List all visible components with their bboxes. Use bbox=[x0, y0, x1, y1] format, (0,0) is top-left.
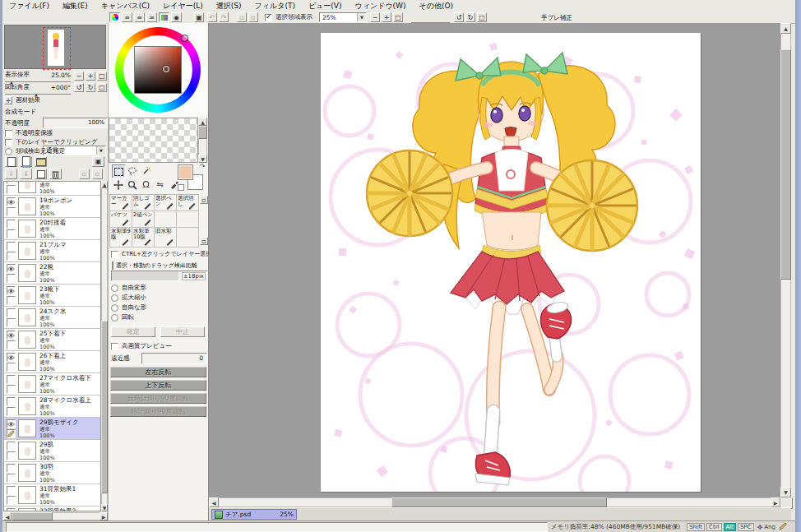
zoom-out-button[interactable]: − bbox=[370, 12, 380, 22]
layer-row[interactable]: 27マイクロ水着下通常100% bbox=[4, 373, 101, 396]
transfer-down-button[interactable]: ⇩ bbox=[5, 169, 17, 179]
layer-edit-indicator[interactable] bbox=[7, 451, 16, 460]
canvas-vscroll-down-button[interactable]: ▼ bbox=[780, 487, 791, 497]
rotate-90-cw-button[interactable]: 時計回り90度回転 bbox=[110, 406, 206, 417]
zoom-in-button[interactable]: + bbox=[382, 12, 391, 22]
layer-visibility-toggle[interactable] bbox=[7, 331, 16, 340]
effect-expand-button[interactable]: + bbox=[4, 96, 12, 104]
layer-row[interactable]: 19ポンポン通常100% bbox=[4, 196, 101, 218]
tool-cell-2[interactable]: 選択ペン bbox=[155, 195, 177, 211]
layer-edit-indicator[interactable] bbox=[7, 474, 16, 483]
layer-edit-indicator[interactable] bbox=[7, 340, 16, 349]
layer-edit-indicator[interactable] bbox=[7, 274, 16, 283]
flip-canvas-tool[interactable]: ⇋ bbox=[154, 178, 166, 191]
tool-cell-5[interactable]: 2値ペン bbox=[132, 211, 155, 228]
layer-row[interactable]: 21ブルマ通常100% bbox=[4, 240, 101, 262]
ctrl-click-layer-checkbox[interactable] bbox=[111, 251, 118, 258]
menu-item-1[interactable]: 編集(E) bbox=[56, 0, 95, 12]
layer-edit-indicator[interactable] bbox=[7, 207, 16, 216]
rect-select-tool[interactable] bbox=[112, 164, 126, 178]
scratchpad-toggle-button[interactable]: ◉ bbox=[171, 12, 182, 22]
layer-visibility-toggle[interactable] bbox=[7, 308, 16, 317]
sel-tool-button-2[interactable]: ↶ bbox=[207, 12, 217, 22]
layer-hscroll-left-button[interactable]: ◀ bbox=[3, 512, 12, 520]
confirm-button[interactable]: 確定 bbox=[111, 326, 155, 337]
saturation-value-square[interactable] bbox=[134, 46, 182, 94]
new-layer-button[interactable] bbox=[5, 156, 17, 167]
zoom-reset-button[interactable]: □ bbox=[393, 12, 403, 22]
layer-visibility-toggle[interactable] bbox=[7, 508, 16, 511]
clear-layer-button[interactable] bbox=[35, 169, 47, 179]
canvas-vscroll-up-button[interactable]: ▲ bbox=[780, 23, 791, 34]
document-tab[interactable]: チア.psd 25% bbox=[211, 509, 297, 520]
layer-row[interactable]: 23靴下通常100% bbox=[4, 285, 101, 307]
layer-visibility-toggle[interactable] bbox=[7, 264, 16, 273]
layer-row[interactable]: 31背景効果1通常100% bbox=[4, 484, 101, 507]
layer-visibility-toggle[interactable] bbox=[7, 419, 16, 428]
delete-layer-button[interactable] bbox=[49, 169, 62, 179]
new-linework-layer-button[interactable] bbox=[20, 156, 32, 167]
color-wheel-hue-marker[interactable] bbox=[181, 35, 188, 42]
merge-down-button[interactable]: ⇓ bbox=[20, 169, 32, 179]
layer-hscroll-right-button[interactable]: ▶ bbox=[100, 512, 108, 520]
menu-item-5[interactable]: フィルタ(T) bbox=[248, 0, 302, 12]
layer-visibility-toggle[interactable] bbox=[7, 181, 16, 184]
layer-row[interactable]: 28マイクロ水着上通常100% bbox=[4, 396, 101, 418]
layer-visibility-toggle[interactable] bbox=[7, 375, 16, 384]
rgb-sliders-toggle-button[interactable]: ≡ bbox=[122, 12, 132, 22]
nav-rotation-slider[interactable] bbox=[5, 91, 71, 95]
tool-cell-0[interactable]: マーカー bbox=[110, 195, 132, 211]
canvas-hscroll-right-button[interactable]: ▶ bbox=[771, 497, 780, 507]
opacity-slider[interactable]: 100% bbox=[43, 118, 108, 128]
layer-edit-indicator[interactable] bbox=[7, 229, 16, 238]
layer-row[interactable]: 29肌モザイク通常100% bbox=[4, 418, 101, 440]
nav-zoom-out-button[interactable]: − bbox=[74, 72, 84, 81]
magic-wand-tool[interactable] bbox=[140, 164, 152, 177]
tool-cell-4[interactable]: バケツ bbox=[110, 211, 132, 228]
canvas-page[interactable] bbox=[321, 33, 701, 492]
canvas-vscroll-thumb[interactable] bbox=[780, 49, 791, 280]
layer-edit-indicator[interactable] bbox=[7, 429, 16, 438]
selection-visible-checkbox[interactable] bbox=[265, 14, 272, 21]
layer-edit-indicator[interactable] bbox=[7, 185, 16, 194]
mask-button-2[interactable]: ▫ bbox=[92, 169, 103, 179]
opacity-lock-checkbox[interactable] bbox=[5, 130, 12, 137]
nav-rotate-reset-button[interactable]: □ bbox=[97, 83, 107, 92]
rotate-ccw-button[interactable]: ↺ bbox=[454, 12, 464, 22]
tool-grid-scroll-down[interactable]: ▫ bbox=[200, 237, 208, 245]
nav-zoom-in-button[interactable]: + bbox=[86, 72, 95, 81]
zoom-tool[interactable] bbox=[126, 178, 138, 191]
layer-row[interactable]: 22靴通常100% bbox=[4, 262, 101, 285]
drag-distance-slider[interactable]: ±18pix bbox=[111, 271, 208, 281]
nav-rotate-cw-button[interactable]: ↻ bbox=[86, 83, 95, 92]
layer-edit-indicator[interactable] bbox=[7, 407, 16, 416]
transparent-color-swatch[interactable] bbox=[178, 184, 184, 191]
color-mixer-toggle-button[interactable]: ≡ bbox=[146, 12, 157, 22]
layer-visibility-toggle[interactable] bbox=[7, 397, 16, 406]
tool-cell-9[interactable]: 水彩筆10版 bbox=[132, 228, 155, 247]
rotate-cw-button[interactable]: ↻ bbox=[465, 12, 475, 22]
chevron-down-icon[interactable]: ▼ bbox=[357, 13, 366, 21]
sel-tool-button-5[interactable]: ▫ bbox=[248, 12, 258, 22]
sel-tool-button-3[interactable]: ↷ bbox=[219, 12, 229, 22]
layer-row[interactable]: 32背景効果2通常100% bbox=[4, 507, 101, 511]
flip-vertical-button[interactable]: 上下反転 bbox=[110, 380, 206, 391]
layer-edit-indicator[interactable] bbox=[7, 496, 16, 505]
layer-visibility-toggle[interactable] bbox=[7, 220, 16, 229]
canvas-hscroll-thumb[interactable] bbox=[391, 497, 607, 507]
nav-zoom-slider[interactable] bbox=[5, 79, 71, 82]
rotate-reset-button[interactable]: □ bbox=[477, 12, 487, 22]
lasso-tool[interactable] bbox=[126, 164, 138, 177]
tool-grid-scroll-up[interactable]: ▫ bbox=[200, 196, 208, 204]
transform-mode-radio-3[interactable] bbox=[111, 314, 118, 322]
navigator-preview[interactable] bbox=[4, 25, 106, 69]
special-layer-button[interactable]: ▣ bbox=[92, 156, 104, 167]
menu-item-4[interactable]: 選択(S) bbox=[210, 0, 248, 12]
menu-item-7[interactable]: ウィンドウ(W) bbox=[349, 0, 413, 12]
hsv-sliders-toggle-button[interactable]: ≡ bbox=[134, 12, 145, 22]
color-wheel-toggle-button[interactable] bbox=[109, 12, 120, 22]
layer-vscroll-up-button[interactable]: ▲ bbox=[101, 181, 108, 188]
layer-row[interactable]: 26下着上通常100% bbox=[4, 351, 101, 373]
foreground-color-swatch[interactable] bbox=[178, 164, 193, 180]
layer-row[interactable]: 30羽通常100% bbox=[4, 462, 101, 484]
